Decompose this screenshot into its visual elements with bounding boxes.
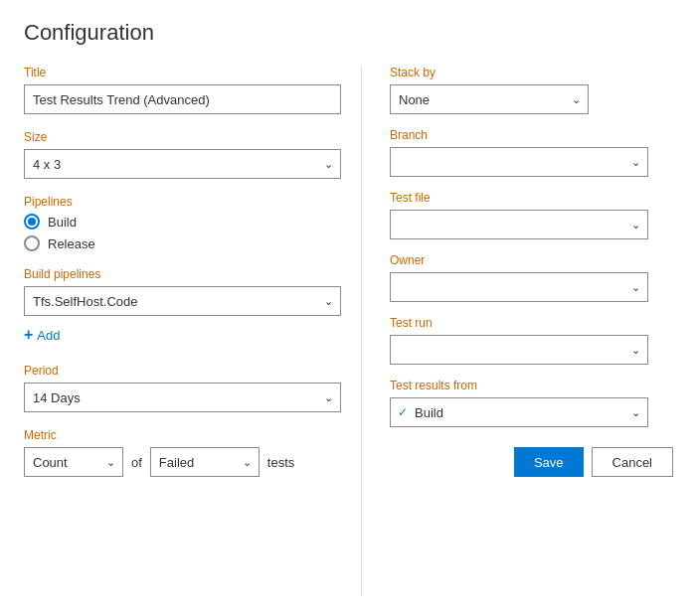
pipeline-build-label: Build xyxy=(48,215,77,230)
cancel-button[interactable]: Cancel xyxy=(592,447,673,477)
test-results-from-select[interactable]: Build Release xyxy=(390,397,648,427)
test-file-select-wrapper: ⌄ xyxy=(390,210,648,239)
size-select[interactable]: 1 x 1 2 x 1 2 x 2 3 x 2 4 x 3 4 x 4 xyxy=(24,149,341,179)
pipeline-release-label: Release xyxy=(48,236,95,251)
pipelines-field-group: Pipelines Build Release xyxy=(24,195,341,251)
test-file-label: Test file xyxy=(390,191,673,205)
pipelines-label: Pipelines xyxy=(24,195,341,209)
branch-field-group: Branch ⌄ xyxy=(390,128,673,177)
page-title: Configuration xyxy=(24,20,673,46)
test-run-field-group: Test run ⌄ xyxy=(390,316,673,365)
metric-row: Count ⌄ of Failed Passed Total ⌄ tests xyxy=(24,447,341,477)
stack-by-select[interactable]: None Build Branch xyxy=(390,84,589,114)
owner-label: Owner xyxy=(390,253,673,267)
test-file-select[interactable] xyxy=(390,210,648,239)
pipelines-radio-group: Build Release xyxy=(24,214,341,251)
build-pipelines-select-wrapper: Tfs.SelfHost.Code ⌄ xyxy=(24,286,341,316)
build-pipelines-label: Build pipelines xyxy=(24,267,341,281)
pipeline-build-option[interactable]: Build xyxy=(24,214,341,230)
save-button[interactable]: Save xyxy=(514,447,584,477)
size-label: Size xyxy=(24,130,341,144)
metric-failed-select-wrapper: Failed Passed Total ⌄ xyxy=(150,447,260,477)
test-file-field-group: Test file ⌄ xyxy=(390,191,673,239)
period-select[interactable]: 7 Days 14 Days 30 Days 60 Days xyxy=(24,383,341,412)
period-label: Period xyxy=(24,364,341,378)
pipeline-release-radio[interactable] xyxy=(24,235,40,251)
test-run-select[interactable] xyxy=(390,335,648,365)
period-field-group: Period 7 Days 14 Days 30 Days 60 Days ⌄ xyxy=(24,364,341,412)
test-results-from-field-group: Test results from ✓ Build Release ⌄ xyxy=(390,379,673,427)
build-pipelines-field-group: Build pipelines Tfs.SelfHost.Code ⌄ + Ad… xyxy=(24,267,341,348)
plus-icon: + xyxy=(24,326,33,344)
metric-count-select-wrapper: Count ⌄ xyxy=(24,447,123,477)
tests-label: tests xyxy=(267,455,294,470)
test-results-from-label: Test results from xyxy=(390,379,673,392)
size-select-wrapper: 1 x 1 2 x 1 2 x 2 3 x 2 4 x 3 4 x 4 ⌄ xyxy=(24,149,341,179)
metric-failed-select[interactable]: Failed Passed Total xyxy=(150,447,260,477)
pipeline-build-radio[interactable] xyxy=(24,214,40,230)
stack-by-label: Stack by xyxy=(390,66,673,79)
branch-select[interactable] xyxy=(390,147,648,177)
branch-select-wrapper: ⌄ xyxy=(390,147,648,177)
stack-by-select-wrapper: None Build Branch ⌄ xyxy=(390,84,589,114)
metric-label: Metric xyxy=(24,428,341,442)
title-input[interactable] xyxy=(24,84,341,114)
size-field-group: Size 1 x 1 2 x 1 2 x 2 3 x 2 4 x 3 4 x 4… xyxy=(24,130,341,179)
bottom-buttons: Save Cancel xyxy=(390,447,673,477)
owner-field-group: Owner ⌄ xyxy=(390,253,673,302)
pipeline-release-option[interactable]: Release xyxy=(24,235,341,251)
period-select-wrapper: 7 Days 14 Days 30 Days 60 Days ⌄ xyxy=(24,383,341,412)
owner-select[interactable] xyxy=(390,272,648,302)
title-label: Title xyxy=(24,66,341,79)
title-field-group: Title xyxy=(24,66,341,114)
test-run-label: Test run xyxy=(390,316,673,330)
test-run-select-wrapper: ⌄ xyxy=(390,335,648,365)
stack-by-field-group: Stack by None Build Branch ⌄ xyxy=(390,66,673,114)
add-button[interactable]: + Add xyxy=(24,322,60,348)
build-pipelines-select[interactable]: Tfs.SelfHost.Code xyxy=(24,286,341,316)
of-label: of xyxy=(131,455,142,470)
metric-field-group: Metric Count ⌄ of Failed Passed Total xyxy=(24,428,341,477)
owner-select-wrapper: ⌄ xyxy=(390,272,648,302)
test-results-from-select-wrapper: ✓ Build Release ⌄ xyxy=(390,397,648,427)
metric-count-select[interactable]: Count xyxy=(24,447,123,477)
branch-label: Branch xyxy=(390,128,673,142)
add-label: Add xyxy=(37,328,60,343)
